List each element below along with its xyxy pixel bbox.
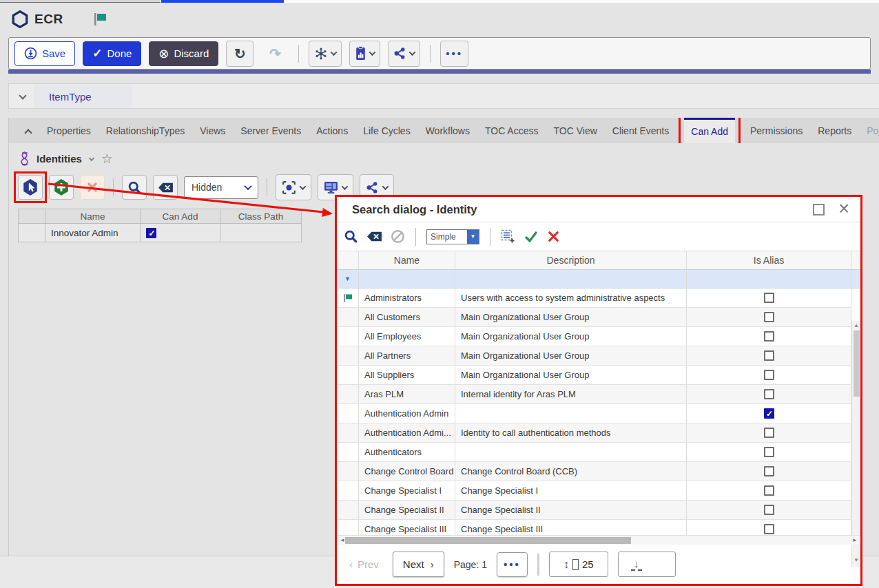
filter-handle-cell[interactable]: ▼: [337, 270, 359, 288]
identity-name-cell[interactable]: Authentication Admin: [359, 404, 455, 423]
reports-dropdown-button[interactable]: [349, 41, 380, 67]
is-alias-checkbox[interactable]: [764, 331, 774, 342]
clear-search-button[interactable]: [153, 175, 178, 200]
row-handle[interactable]: [337, 423, 359, 442]
identity-name-cell[interactable]: Change Specialist III: [359, 520, 455, 535]
scrollbar-thumb[interactable]: [854, 330, 860, 397]
itemtype-accordion-bar[interactable]: ItemType: [8, 83, 879, 109]
tab-permissions[interactable]: Permissions: [750, 118, 803, 143]
identity-description-cell[interactable]: Main Organizational User Group: [455, 346, 687, 365]
tab-properties[interactable]: Properties: [47, 118, 91, 143]
is-alias-checkbox[interactable]: [764, 485, 774, 496]
refresh-button[interactable]: ↻: [226, 41, 254, 67]
identity-description-cell[interactable]: [455, 443, 687, 461]
more-actions-button[interactable]: •••: [440, 41, 468, 67]
tab-can-add[interactable]: Can Add: [684, 118, 735, 143]
identity-name-cell[interactable]: Innovator Admin: [45, 224, 141, 242]
save-button[interactable]: Save: [14, 41, 75, 66]
is-alias-cell[interactable]: [687, 423, 851, 442]
is-alias-cell[interactable]: [687, 404, 851, 423]
next-page-button[interactable]: Next ›: [393, 552, 444, 577]
row-handle[interactable]: [337, 288, 359, 307]
filter-is-alias-cell[interactable]: [687, 270, 851, 288]
is-alias-cell[interactable]: [687, 327, 851, 346]
identity-description-cell[interactable]: Identity to call authentication methods: [455, 423, 687, 442]
tab-life-cycles[interactable]: Life Cycles: [363, 118, 410, 143]
maximize-icon[interactable]: [813, 204, 825, 216]
more-pages-button[interactable]: •••: [497, 552, 528, 577]
identity-name-cell[interactable]: Change Control Board: [359, 462, 455, 481]
tab-relationshiptypes[interactable]: RelationshipTypes: [106, 118, 185, 143]
table-row[interactable]: Change Specialist IChange Specialist I: [337, 481, 851, 501]
tab-toc-view[interactable]: TOC View: [554, 118, 597, 143]
discard-button[interactable]: ⊗ Discard: [149, 41, 218, 66]
select-existing-items-button[interactable]: [18, 175, 43, 200]
tab-workflows[interactable]: Workflows: [426, 118, 470, 143]
table-row[interactable]: All PartnersMain Organizational User Gro…: [337, 346, 851, 366]
table-row[interactable]: Authentication Admin: [337, 404, 851, 423]
identity-description-cell[interactable]: Internal identity for Aras PLM: [455, 385, 687, 403]
identity-name-cell[interactable]: Authentication Admi...: [359, 423, 455, 442]
is-alias-cell[interactable]: [687, 462, 851, 481]
tab-reports[interactable]: Reports: [818, 118, 851, 143]
tab-client-events[interactable]: Client Events: [612, 118, 669, 143]
identity-name-cell[interactable]: Authenticators: [359, 443, 455, 461]
is-alias-cell[interactable]: [687, 288, 851, 307]
structure-dropdown-button[interactable]: [309, 41, 342, 67]
scroll-left-icon[interactable]: ◄: [340, 537, 345, 543]
identity-description-cell[interactable]: Main Organizational User Group: [455, 366, 687, 384]
hidden-view-select[interactable]: Hidden: [184, 176, 258, 199]
identity-description-cell[interactable]: Change Control Board (CCB): [455, 462, 687, 481]
is-alias-cell[interactable]: [687, 308, 851, 326]
dialog-filter-row[interactable]: ▼: [337, 270, 860, 288]
is-alias-checkbox[interactable]: [764, 293, 774, 303]
is-alias-checkbox[interactable]: [764, 428, 774, 438]
multi-select-icon[interactable]: [501, 229, 515, 244]
row-handle[interactable]: [337, 346, 359, 365]
column-header-name[interactable]: Name: [45, 209, 141, 224]
filter-description-cell[interactable]: [455, 270, 687, 288]
identity-description-cell[interactable]: Users with access to system administrati…: [455, 288, 687, 307]
row-handle[interactable]: [337, 501, 359, 519]
column-header-is-alias[interactable]: Is Alias: [687, 251, 851, 269]
table-row[interactable]: All CustomersMain Organizational User Gr…: [337, 308, 851, 327]
is-alias-checkbox[interactable]: [764, 466, 774, 476]
identity-name-cell[interactable]: Aras PLM: [359, 385, 455, 403]
row-handle[interactable]: [18, 224, 45, 242]
is-alias-checkbox[interactable]: [764, 370, 774, 380]
dialog-title-bar[interactable]: Search dialog - Identity ×: [337, 197, 860, 222]
tab-poly[interactable]: Poly: [867, 118, 879, 143]
table-row[interactable]: Change Specialist IIIChange Specialist I…: [337, 520, 851, 535]
row-handle[interactable]: [337, 366, 359, 384]
column-header-can-add[interactable]: Can Add: [141, 209, 220, 224]
identity-name-cell[interactable]: All Partners: [359, 346, 455, 365]
search-icon[interactable]: [344, 229, 358, 244]
is-alias-cell[interactable]: [687, 443, 851, 461]
table-row[interactable]: All EmployeesMain Organizational User Gr…: [337, 327, 851, 346]
scroll-down-icon[interactable]: ▼: [854, 557, 859, 563]
chevron-down-icon[interactable]: [89, 156, 94, 161]
row-handle[interactable]: [337, 385, 359, 403]
page-size-control[interactable]: ↕ 25: [549, 552, 608, 577]
row-handle[interactable]: [337, 443, 359, 461]
class-path-cell[interactable]: [220, 224, 302, 242]
identity-name-cell[interactable]: Administrators: [359, 288, 455, 307]
itemtype-breadcrumb[interactable]: ItemType: [34, 85, 132, 108]
identity-description-cell[interactable]: Change Specialist I: [455, 481, 687, 500]
is-alias-checkbox[interactable]: [764, 447, 774, 457]
table-row[interactable]: Authenticators: [337, 443, 851, 462]
horizontal-scrollbar[interactable]: ◄ ►: [337, 535, 860, 545]
scroll-up-icon[interactable]: ▲: [854, 322, 859, 328]
row-handle[interactable]: [337, 308, 359, 326]
cancel-dialog-icon[interactable]: [547, 230, 560, 243]
row-handle[interactable]: [337, 520, 359, 535]
focus-dropdown-button[interactable]: [276, 174, 311, 200]
confirm-selection-icon[interactable]: [524, 230, 539, 244]
flag-icon[interactable]: [93, 12, 108, 27]
tab-views[interactable]: Views: [200, 118, 225, 143]
is-alias-checkbox[interactable]: [764, 350, 774, 361]
tab-actions[interactable]: Actions: [316, 118, 348, 143]
create-new-item-button[interactable]: [49, 175, 74, 200]
is-alias-checkbox[interactable]: [764, 312, 774, 322]
identity-name-cell[interactable]: Change Specialist II: [359, 501, 455, 519]
